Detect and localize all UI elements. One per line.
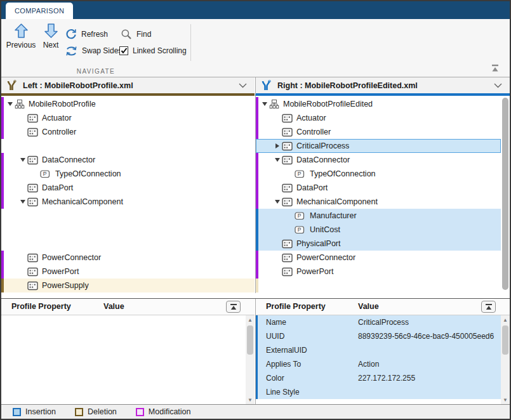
tree-row[interactable]: Controller bbox=[256, 125, 501, 139]
tree-item-label: CriticalProcess bbox=[296, 141, 349, 150]
diff-marker-modification bbox=[1, 167, 4, 181]
caret-down-icon[interactable] bbox=[275, 158, 280, 162]
tree-row[interactable]: PowerPort bbox=[256, 265, 501, 279]
tree-item-label: TypeOfConnection bbox=[310, 169, 376, 178]
property-row[interactable]: NameCriticalProcess bbox=[256, 315, 501, 329]
tree-row[interactable]: PTypeOfConnection bbox=[1, 167, 255, 181]
right-property-scrollbar[interactable]: ▲ ▼ bbox=[501, 315, 510, 404]
left-pane-header[interactable]: Left : MobileRobotProfile.xml bbox=[1, 77, 255, 96]
property-value: 88939239-56c9-46ce-bac9-450005eed6... bbox=[358, 332, 494, 341]
diff-marker-modification bbox=[256, 251, 258, 265]
left-property-scrollbar[interactable]: ▲ ▼ bbox=[246, 315, 255, 404]
scroll-up-arrow-icon[interactable]: ▲ bbox=[501, 315, 510, 324]
tree-row[interactable]: DataConnector bbox=[256, 153, 501, 167]
column-value: Value bbox=[103, 302, 124, 311]
tree-row[interactable]: MechanicalComponent bbox=[1, 195, 255, 209]
caret-down-icon[interactable] bbox=[8, 102, 13, 106]
tree-row[interactable]: PowerPort bbox=[1, 265, 255, 279]
tab-comparison[interactable]: COMPARISON bbox=[6, 3, 73, 19]
property-row[interactable]: Applies ToAction bbox=[256, 357, 501, 371]
tree-row[interactable]: PUnitCost bbox=[256, 223, 501, 237]
diff-marker-modification bbox=[1, 265, 4, 279]
legend-item-modification: Modification bbox=[136, 407, 191, 416]
scrollbar-thumb[interactable] bbox=[502, 98, 508, 290]
collapse-panel-button[interactable] bbox=[226, 301, 241, 313]
tree-row[interactable]: Actuator bbox=[1, 111, 255, 125]
tree-row[interactable]: Controller bbox=[1, 125, 255, 139]
property-row[interactable]: Color227.172.172.255 bbox=[256, 371, 501, 385]
chevron-down-icon[interactable] bbox=[239, 83, 247, 88]
diff-marker-insertion bbox=[256, 357, 258, 371]
tree-item-label: UnitCost bbox=[310, 225, 340, 234]
caret-slot bbox=[18, 200, 27, 204]
caret-down-icon[interactable] bbox=[20, 158, 25, 162]
caret-slot bbox=[272, 200, 282, 204]
next-button[interactable]: Next bbox=[38, 23, 63, 60]
property-row[interactable]: Line Style bbox=[256, 385, 501, 399]
svg-text:P: P bbox=[298, 213, 302, 219]
property-icon: P bbox=[295, 212, 306, 220]
tree-row[interactable]: PowerConnector bbox=[1, 251, 255, 265]
tree-item-label: PowerPort bbox=[296, 267, 333, 276]
collapse-ribbon-button[interactable] bbox=[489, 64, 501, 73]
swap-sides-button[interactable]: Swap Sides bbox=[65, 44, 122, 57]
tree-row[interactable]: MobileRobotProfileEdited bbox=[256, 97, 501, 111]
left-tree: MobileRobotProfileActuatorControllerData… bbox=[1, 96, 255, 293]
property-name: UUID bbox=[266, 332, 284, 341]
caret-down-icon[interactable] bbox=[262, 102, 267, 106]
chevron-down-icon[interactable] bbox=[494, 83, 502, 88]
caret-slot bbox=[260, 102, 269, 106]
tree-row[interactable]: PTypeOfConnection bbox=[256, 167, 501, 181]
diff-marker-deletion bbox=[1, 279, 4, 292]
tree-item-label: Actuator bbox=[296, 114, 326, 122]
property-row[interactable]: ExternalUID bbox=[256, 343, 501, 357]
tree-row[interactable]: CriticalProcess bbox=[256, 139, 501, 153]
tree-row[interactable]: Actuator bbox=[256, 111, 501, 125]
tree-row[interactable]: PowerConnector bbox=[256, 251, 501, 265]
caret-slot bbox=[272, 143, 282, 148]
tree-spacer-row bbox=[256, 279, 501, 292]
caret-right-icon[interactable] bbox=[275, 143, 279, 148]
svg-text:P: P bbox=[298, 171, 302, 177]
tree-item-label: MechanicalComponent bbox=[42, 197, 123, 206]
refresh-button[interactable]: Refresh bbox=[65, 28, 108, 41]
tree-row[interactable]: DataPort bbox=[256, 181, 501, 195]
column-value: Value bbox=[358, 302, 379, 311]
tree-row[interactable]: DataConnector bbox=[1, 153, 255, 167]
diff-marker-modification bbox=[1, 153, 4, 167]
insertion-swatch-icon bbox=[13, 408, 21, 416]
scrollbar-thumb[interactable] bbox=[247, 325, 253, 355]
right-pane-header[interactable]: Right : MobileRobotProfileEdited.xml bbox=[255, 77, 510, 96]
scroll-down-arrow-icon[interactable]: ▼ bbox=[501, 395, 510, 404]
tree-row[interactable]: MobileRobotProfile bbox=[1, 97, 255, 111]
find-button[interactable]: Find bbox=[121, 28, 151, 41]
caret-down-icon[interactable] bbox=[275, 200, 280, 204]
property-name: Color bbox=[266, 374, 284, 383]
tree-row[interactable]: DataPort bbox=[1, 181, 255, 195]
right-pane-title: Right : MobileRobotProfileEdited.xml bbox=[277, 81, 418, 90]
caret-down-icon[interactable] bbox=[20, 200, 25, 204]
diff-marker-insertion bbox=[256, 237, 258, 251]
tree-row[interactable]: PhysicalPort bbox=[256, 237, 501, 251]
property-row[interactable]: UUID88939239-56c9-46ce-bac9-450005eed6..… bbox=[256, 329, 501, 343]
scrollbar-thumb[interactable] bbox=[502, 325, 508, 355]
property-name: ExternalUID bbox=[266, 346, 307, 355]
swap-sides-label: Swap Sides bbox=[82, 46, 122, 55]
right-tree-scrollbar[interactable] bbox=[502, 98, 508, 290]
tree-item-label: PowerPort bbox=[42, 267, 79, 276]
comparison-window: COMPARISON Previous Next Refresh Swap bbox=[0, 0, 511, 420]
tree-row[interactable]: MechanicalComponent bbox=[256, 195, 501, 209]
stereotype-icon bbox=[27, 267, 38, 277]
checkbox-checked-icon bbox=[119, 46, 128, 55]
previous-button[interactable]: Previous bbox=[4, 23, 38, 60]
scroll-down-arrow-icon[interactable]: ▼ bbox=[246, 395, 255, 404]
tree-row[interactable]: PManufacturer bbox=[256, 209, 501, 223]
tree-item-label: TypeOfConnection bbox=[55, 169, 121, 178]
tree-item-label: MechanicalComponent bbox=[296, 197, 378, 206]
scroll-up-arrow-icon[interactable]: ▲ bbox=[246, 315, 255, 324]
caret-slot bbox=[272, 158, 282, 162]
tree-row[interactable]: PowerSupply bbox=[1, 279, 255, 292]
linked-scrolling-toggle[interactable]: Linked Scrolling bbox=[119, 44, 187, 57]
collapse-panel-button[interactable] bbox=[481, 301, 496, 313]
stereotype-icon bbox=[27, 183, 38, 193]
